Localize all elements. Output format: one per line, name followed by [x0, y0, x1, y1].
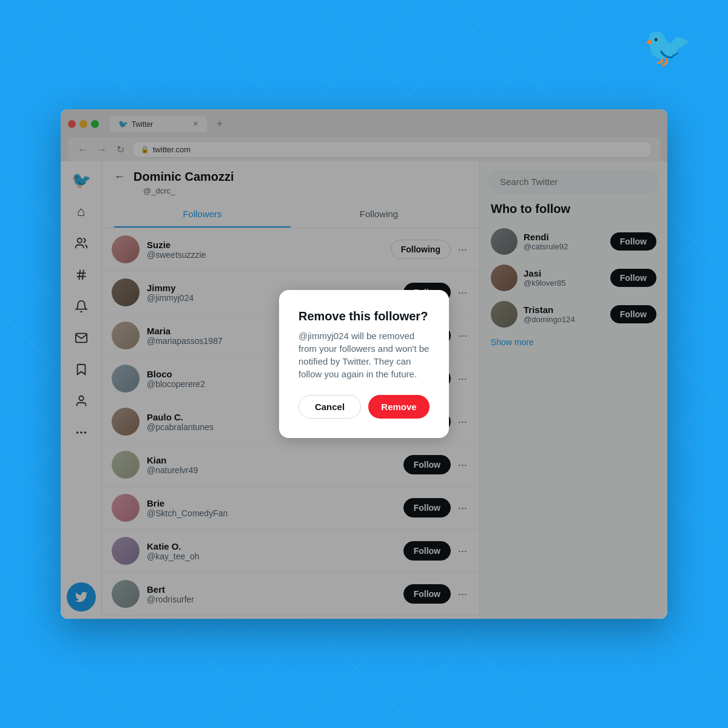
twitter-watermark: 🐦: [643, 24, 692, 70]
modal-title: Remove this follower?: [298, 309, 430, 323]
browser-content: 🐦 ⌂: [61, 161, 667, 619]
modal-overlay[interactable]: Remove this follower? @jimmyj024 will be…: [61, 161, 667, 619]
modal-actions: Cancel Remove: [298, 395, 430, 419]
remove-follower-modal: Remove this follower? @jimmyj024 will be…: [279, 290, 449, 438]
browser-window: 🐦 Twitter ✕ + ← → ↻ 🔒 twitter.com 🐦 ⌂: [61, 109, 667, 619]
remove-button[interactable]: Remove: [368, 395, 430, 419]
cancel-button[interactable]: Cancel: [298, 395, 361, 419]
modal-body: @jimmyj024 will be removed from your fol…: [298, 329, 430, 380]
